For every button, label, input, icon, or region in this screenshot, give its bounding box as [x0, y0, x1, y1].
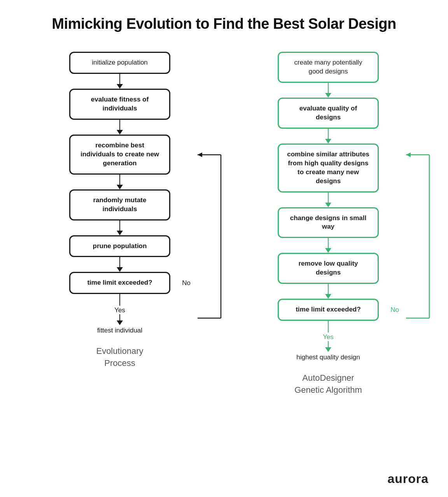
main-title: Mimicking Evolution to Find the Best Sol…: [16, 16, 432, 32]
box-prune: prune population: [69, 235, 170, 257]
line: [328, 83, 329, 93]
svg-marker-7: [406, 152, 411, 157]
arrow-down-r1: [325, 83, 331, 98]
line: [119, 294, 121, 306]
line: [328, 192, 329, 203]
arrowhead: [117, 267, 123, 272]
right-diagram: create many potentially good designs eva…: [243, 52, 414, 396]
arrow-down-r5: [325, 284, 331, 299]
arrow-down-r3: [325, 192, 331, 207]
yes-label-left: Yes: [114, 306, 125, 314]
yes-label-right: Yes: [323, 333, 334, 341]
page-container: { "title": "Mimicking Evolution to Find …: [0, 0, 448, 497]
arrowhead: [117, 320, 123, 325]
line: [119, 314, 121, 320]
arrowhead: [117, 84, 123, 89]
diagrams-container: initialize population evaluate fitness o…: [16, 52, 432, 396]
yes-arrow2: [117, 314, 123, 325]
arrowhead: [325, 294, 331, 299]
timelimit-container: time limit exceeded? No: [69, 272, 170, 294]
arrowhead: [117, 185, 123, 189]
final-text-left: fittest individual: [97, 327, 142, 334]
box-recombine: recombine best individuals to create new…: [69, 135, 170, 175]
yes-arrow: [119, 294, 121, 306]
line: [119, 220, 121, 231]
box-mutate: randomly mutate individuals: [69, 189, 170, 220]
feedback-arrow-right: [406, 135, 437, 326]
box-eval: evaluate fitness of individuals: [69, 89, 170, 120]
line: [328, 341, 329, 347]
line: [119, 257, 121, 267]
feedback-arrow-left: [198, 135, 229, 326]
right-diagram-inner: create many potentially good designs eva…: [243, 52, 414, 361]
yes-arrow-right: [328, 321, 329, 332]
left-caption: EvolutionaryProcess: [96, 345, 143, 369]
arrowhead: [117, 231, 123, 235]
arrow-down-r2: [325, 129, 331, 144]
line: [328, 321, 329, 332]
box-create: create many potentially good designs: [278, 52, 379, 83]
line: [328, 238, 329, 248]
arrowhead: [325, 203, 331, 207]
no-label-left: No: [182, 279, 191, 287]
arrow-down-4: [117, 220, 123, 235]
arrowhead: [117, 130, 123, 135]
box-change: change designs in small way: [278, 207, 379, 238]
arrow-down-1: [117, 74, 123, 89]
line: [119, 120, 121, 130]
arrowhead: [325, 139, 331, 144]
no-label-right: No: [390, 306, 399, 314]
box-timelimit-right: time limit exceeded?: [278, 299, 379, 321]
box-remove: remove low quality designs: [278, 253, 379, 284]
arrow-down-r4: [325, 238, 331, 253]
right-caption: AutoDesignerGenetic Algorithm: [294, 372, 362, 396]
box-combine: combine similar attributes from high qua…: [278, 144, 379, 192]
left-diagram-inner: initialize population evaluate fitness o…: [34, 52, 205, 334]
box-init: initialize population: [69, 52, 170, 74]
line: [328, 129, 329, 139]
timelimit-container-right: time limit exceeded? No: [278, 299, 379, 321]
line: [328, 284, 329, 294]
arrowhead: [325, 248, 331, 253]
arrow-down-3: [117, 175, 123, 189]
box-timelimit: time limit exceeded?: [69, 272, 170, 294]
aurora-logo: aurora: [387, 472, 429, 486]
line: [119, 175, 121, 185]
final-text-right: highest quality design: [296, 354, 360, 361]
arrow-down-2: [117, 120, 123, 135]
svg-marker-3: [198, 152, 202, 157]
box-evalquality: evaluate quality of designs: [278, 98, 379, 129]
line: [119, 74, 121, 84]
arrowhead: [325, 347, 331, 352]
yes-arrow2-right: [325, 341, 331, 352]
arrow-down-5: [117, 257, 123, 272]
arrowhead: [325, 93, 331, 98]
left-diagram: initialize population evaluate fitness o…: [34, 52, 205, 369]
